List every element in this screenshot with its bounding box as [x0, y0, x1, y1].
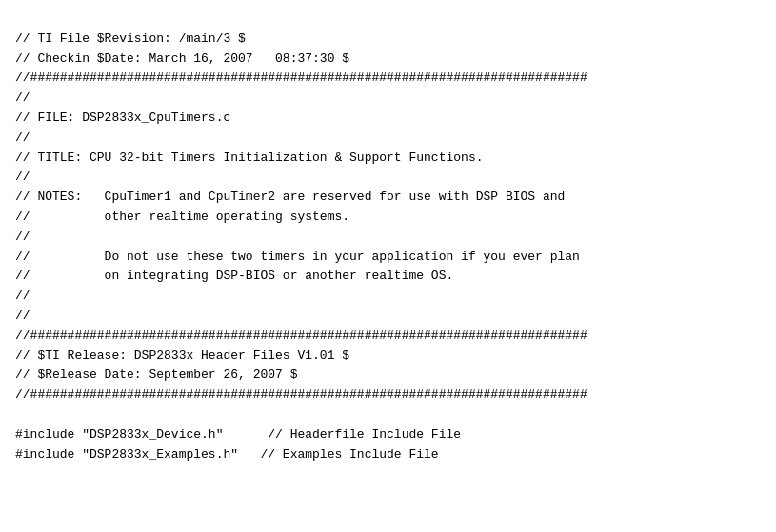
code-line: // NOTES: CpuTimer1 and CpuTimer2 are re…: [15, 187, 761, 207]
code-line: //: [15, 128, 761, 148]
code-line: // $TI Release: DSP2833x Header Files V1…: [15, 346, 761, 366]
code-line: // other realtime operating systems.: [15, 207, 761, 227]
code-line: //: [15, 167, 761, 187]
code-line: // TITLE: CPU 32-bit Timers Initializati…: [15, 148, 761, 168]
code-line: //: [15, 306, 761, 326]
code-line: // Do not use these two timers in your a…: [15, 247, 761, 267]
code-line: #include "DSP2833x_Examples.h" // Exampl…: [15, 445, 761, 465]
code-content: // TI File $Revision: /main/3 $// Checki…: [15, 10, 761, 464]
code-line: // on integrating DSP-BIOS or another re…: [15, 266, 761, 286]
code-line: //######################################…: [15, 69, 761, 89]
code-line: //: [15, 286, 761, 306]
code-line: //: [15, 89, 761, 108]
code-line: // $Release Date: September 26, 2007 $: [15, 365, 761, 385]
code-line: //: [15, 227, 761, 247]
code-line: //######################################…: [15, 385, 761, 405]
code-line: // FILE: DSP2833x_CpuTimers.c: [15, 108, 761, 128]
code-line: [15, 405, 761, 425]
code-line: //######################################…: [15, 326, 761, 346]
code-line: // Checkin $Date: March 16, 2007 08:37:3…: [15, 49, 761, 69]
code-line: #include "DSP2833x_Device.h" // Headerfi…: [15, 425, 761, 445]
code-line: // TI File $Revision: /main/3 $: [15, 30, 761, 49]
